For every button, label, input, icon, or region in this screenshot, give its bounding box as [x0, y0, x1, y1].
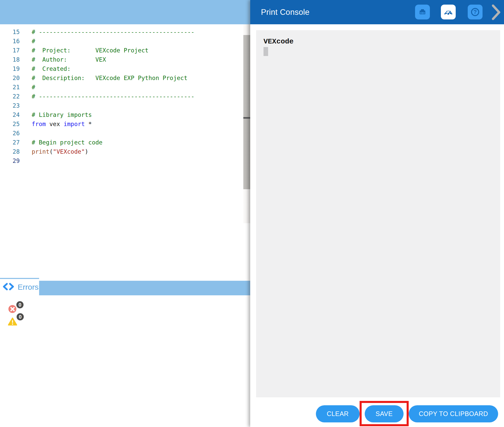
line-number: 15 — [0, 27, 20, 37]
line-number: 25 — [0, 119, 20, 129]
code-line[interactable]: 22# ------------------------------------… — [0, 92, 243, 101]
line-number: 19 — [0, 64, 20, 73]
code-text: # Project: VEXcode Project — [20, 46, 148, 55]
code-line[interactable]: 25from vex import * — [0, 119, 243, 129]
help-glyph: ? — [471, 8, 479, 16]
code-editor[interactable]: 15# ------------------------------------… — [0, 24, 243, 281]
code-line[interactable]: 16# — [0, 37, 243, 46]
code-line[interactable]: 21# — [0, 83, 243, 92]
code-line[interactable]: 26 — [0, 129, 243, 138]
code-text — [20, 101, 32, 110]
line-number: 23 — [0, 101, 20, 110]
code-text — [20, 156, 32, 165]
code-line[interactable]: 19# Created: — [0, 64, 243, 73]
code-text: # --------------------------------------… — [20, 27, 194, 37]
line-number: 17 — [0, 46, 20, 55]
code-text: # Description: VEXcode EXP Python Projec… — [20, 73, 187, 83]
code-brackets-icon — [3, 283, 14, 292]
code-text: # --------------------------------------… — [20, 92, 194, 101]
code-lines: 15# ------------------------------------… — [0, 27, 243, 165]
line-number: 20 — [0, 73, 20, 83]
errors-tab[interactable]: Errors — [0, 278, 39, 295]
console-output-text: VEXcode — [264, 37, 500, 46]
code-line[interactable]: 29 — [0, 156, 243, 165]
code-line[interactable]: 18# Author: VEX — [0, 55, 243, 64]
code-text: # Created: — [20, 64, 71, 73]
warning-count-badge: 0 — [16, 312, 25, 321]
editor-scrollbar[interactable] — [243, 24, 250, 223]
code-line[interactable]: 23 — [0, 101, 243, 110]
chevron-right-icon[interactable] — [491, 4, 501, 20]
code-text: from vex import * — [20, 119, 92, 129]
code-text: # Begin project code — [20, 138, 102, 147]
code-text — [20, 129, 32, 138]
code-text: print("VEXcode") — [20, 147, 88, 156]
scrollbar-divider — [243, 117, 250, 119]
line-number: 21 — [0, 83, 20, 92]
print-console-header: Print Console — [250, 0, 504, 24]
code-text: # Library imports — [20, 110, 92, 119]
toolbar-strip — [0, 0, 250, 24]
save-button[interactable]: SAVE — [365, 405, 404, 422]
code-line[interactable]: 15# ------------------------------------… — [0, 27, 243, 37]
line-number: 27 — [0, 138, 20, 147]
line-number: 26 — [0, 129, 20, 138]
panel-title: Print Console — [261, 8, 310, 17]
code-line[interactable]: 20# Description: VEXcode EXP Python Proj… — [0, 73, 243, 83]
brain-icon[interactable] — [415, 5, 430, 19]
scrollbar-thumb[interactable] — [243, 35, 250, 189]
line-number: 29 — [0, 156, 20, 165]
line-number: 24 — [0, 110, 20, 119]
line-number: 18 — [0, 55, 20, 64]
error-circle-icon[interactable] — [8, 305, 16, 313]
code-line[interactable]: 28print("VEXcode") — [0, 147, 243, 156]
error-count-badge: 0 — [16, 300, 24, 309]
clear-button[interactable]: CLEAR — [316, 405, 360, 422]
line-number: 28 — [0, 147, 20, 156]
code-text: # Author: VEX — [20, 55, 106, 64]
gauge-icon[interactable] — [441, 5, 456, 19]
warning-triangle-icon[interactable] — [8, 317, 17, 326]
print-console-panel: Print Console — [250, 0, 504, 427]
errors-tab-label: Errors — [18, 283, 39, 291]
code-text: # — [20, 83, 35, 92]
vexcode-app: 15# ------------------------------------… — [0, 0, 504, 427]
copy-to-clipboard-button[interactable]: COPY TO CLIPBOARD — [409, 405, 498, 422]
console-cursor — [264, 47, 268, 56]
line-number: 22 — [0, 92, 20, 101]
help-icon[interactable]: ? — [468, 5, 483, 19]
line-number: 16 — [0, 37, 20, 46]
code-line[interactable]: 24# Library imports — [0, 110, 243, 119]
console-output[interactable]: VEXcode — [256, 30, 500, 397]
code-line[interactable]: 27# Begin project code — [0, 138, 243, 147]
code-text: # — [20, 37, 35, 46]
code-line[interactable]: 17# Project: VEXcode Project — [0, 46, 243, 55]
